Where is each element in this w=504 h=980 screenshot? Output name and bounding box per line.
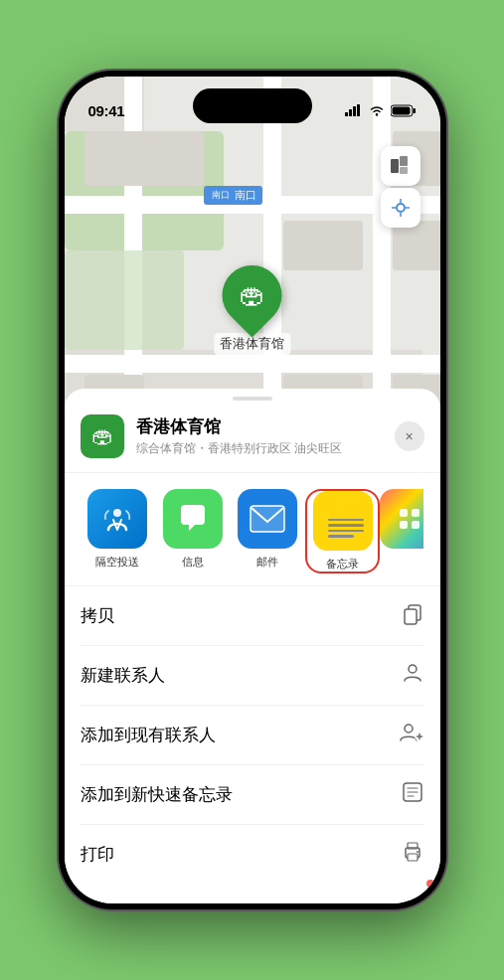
notes-icon bbox=[313, 491, 373, 551]
svg-rect-1 bbox=[349, 109, 352, 116]
map-type-button[interactable] bbox=[381, 146, 420, 186]
svg-rect-20 bbox=[405, 609, 417, 624]
phone-screen: 09:41 bbox=[65, 77, 440, 903]
airdrop-icon bbox=[87, 489, 147, 549]
action-item-quick-note[interactable]: 添加到新快速备忘录 bbox=[81, 765, 424, 825]
action-item-add-contact[interactable]: 添加到现有联系人 bbox=[81, 706, 424, 765]
bottom-sheet: 🏟 香港体育馆 综合体育馆・香港特别行政区 油尖旺区 × bbox=[65, 389, 440, 903]
svg-rect-17 bbox=[251, 506, 284, 532]
action-list: 拷贝 新建联系人 bbox=[65, 586, 440, 884]
venue-info: 香港体育馆 综合体育馆・香港特别行政区 油尖旺区 bbox=[136, 415, 395, 457]
venue-subtitle: 综合体育馆・香港特别行政区 油尖旺区 bbox=[136, 440, 395, 457]
action-label-new-contact: 新建联系人 bbox=[81, 664, 165, 687]
share-item-notes[interactable]: 备忘录 bbox=[305, 489, 381, 573]
print-icon bbox=[401, 840, 424, 869]
svg-rect-8 bbox=[391, 159, 399, 173]
action-label-copy: 拷贝 bbox=[81, 604, 114, 627]
svg-rect-2 bbox=[353, 106, 356, 116]
map-label-nank: 南口 南口 bbox=[204, 186, 262, 205]
wifi-icon bbox=[369, 104, 385, 116]
airdrop-label: 隔空投送 bbox=[95, 555, 139, 570]
svg-rect-10 bbox=[400, 167, 408, 174]
status-icons bbox=[345, 104, 417, 117]
phone-frame: 09:41 bbox=[59, 71, 446, 909]
svg-point-4 bbox=[375, 113, 377, 115]
venue-name: 香港体育馆 bbox=[136, 415, 395, 438]
svg-rect-9 bbox=[400, 156, 408, 166]
svg-rect-31 bbox=[408, 854, 418, 861]
battery-icon bbox=[391, 104, 417, 117]
signal-icon bbox=[345, 104, 363, 116]
mail-icon bbox=[238, 489, 297, 549]
location-button[interactable] bbox=[381, 188, 420, 228]
action-item-print[interactable]: 打印 bbox=[81, 825, 424, 884]
stadium-pin: 🏟 bbox=[210, 253, 294, 338]
action-label-print: 打印 bbox=[81, 843, 114, 866]
share-item-more[interactable] bbox=[380, 489, 423, 573]
svg-point-21 bbox=[409, 665, 417, 673]
message-label: 信息 bbox=[182, 555, 204, 570]
action-item-copy[interactable]: 拷贝 bbox=[81, 586, 424, 646]
svg-rect-3 bbox=[357, 104, 360, 116]
svg-point-16 bbox=[113, 509, 121, 517]
svg-rect-7 bbox=[392, 106, 410, 114]
svg-rect-6 bbox=[413, 108, 416, 113]
message-icon bbox=[163, 489, 223, 549]
close-button[interactable]: × bbox=[395, 421, 424, 451]
notes-lines bbox=[322, 511, 370, 542]
venue-icon: 🏟 bbox=[81, 414, 124, 458]
svg-point-33 bbox=[417, 851, 419, 853]
action-label-quick-note: 添加到新快速备忘录 bbox=[81, 783, 233, 806]
quick-note-icon bbox=[401, 780, 424, 809]
status-time: 09:41 bbox=[88, 102, 125, 119]
person-icon bbox=[401, 661, 424, 690]
notes-label: 备忘录 bbox=[326, 557, 359, 572]
venue-header: 🏟 香港体育馆 综合体育馆・香港特别行政区 油尖旺区 × bbox=[65, 401, 440, 473]
action-label-add-contact: 添加到现有联系人 bbox=[81, 724, 216, 746]
share-row: 隔空投送 信息 bbox=[65, 473, 440, 586]
svg-point-22 bbox=[405, 725, 413, 733]
person-add-icon bbox=[399, 721, 424, 749]
svg-rect-0 bbox=[345, 112, 348, 116]
svg-point-11 bbox=[397, 204, 405, 212]
map-btn-group bbox=[381, 146, 420, 228]
stadium-pin-icon: 🏟 bbox=[240, 280, 265, 311]
share-item-airdrop[interactable]: 隔空投送 bbox=[81, 489, 155, 573]
action-item-new-contact[interactable]: 新建联系人 bbox=[81, 646, 424, 706]
copy-icon bbox=[401, 601, 424, 630]
share-item-message[interactable]: 信息 bbox=[155, 489, 230, 573]
mail-label: 邮件 bbox=[256, 555, 278, 570]
share-item-mail[interactable]: 邮件 bbox=[230, 489, 304, 573]
dynamic-island bbox=[193, 88, 312, 123]
stadium-marker: 🏟 香港体育馆 bbox=[214, 265, 290, 355]
